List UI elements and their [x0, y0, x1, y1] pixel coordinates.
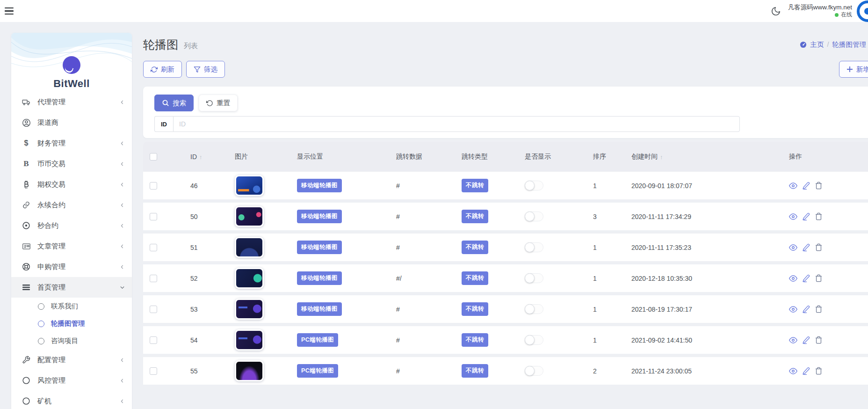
row-checkbox[interactable]	[150, 336, 157, 344]
delete-button[interactable]	[815, 212, 823, 220]
sidebar-subitem-consult-project[interactable]: 咨询项目	[11, 332, 132, 350]
jump-type-badge: 不跳转	[462, 333, 488, 347]
delete-button[interactable]	[815, 243, 823, 251]
carousel-thumbnail[interactable]	[235, 237, 264, 258]
delete-button[interactable]	[815, 305, 823, 313]
table-row: 51 移动端轮播图 # 不跳转 1 2020-11-11 17:35:23	[143, 234, 868, 264]
header-image: 图片	[228, 153, 290, 161]
id-filter-input[interactable]	[173, 116, 740, 132]
sidebar-item-article-management[interactable]: 文章管理	[11, 236, 132, 256]
jump-type-badge: 不跳转	[462, 302, 488, 316]
edit-button[interactable]	[802, 274, 810, 282]
row-checkbox[interactable]	[150, 367, 157, 375]
row-checkbox[interactable]	[150, 244, 157, 251]
sidebar-item-options-trading[interactable]: 期权交易	[11, 174, 132, 195]
visible-toggle[interactable]	[525, 366, 543, 376]
dollar-icon: $	[22, 139, 31, 147]
visible-toggle[interactable]	[525, 304, 543, 314]
edit-button[interactable]	[802, 243, 810, 251]
sidebar-item-mining-machine[interactable]: 矿机	[11, 391, 132, 409]
header-created[interactable]: 创建时间↑	[624, 153, 782, 161]
sidebar-item-homepage-management[interactable]: 首页管理	[11, 277, 132, 298]
carousel-thumbnail[interactable]	[235, 175, 264, 196]
sort-asc-icon: ↑	[660, 153, 663, 161]
refresh-button[interactable]: 刷新	[143, 61, 182, 78]
row-checkbox[interactable]	[150, 182, 157, 190]
sidebar-item-label: 申购管理	[37, 263, 65, 271]
delete-button[interactable]	[815, 182, 823, 190]
table-row: 54 PC端轮播图 # 不跳转 1 2021-09-02 14:41:50	[143, 326, 868, 357]
sidebar-subitem-label: 咨询项目	[51, 336, 78, 345]
avatar[interactable]	[857, 0, 868, 22]
sidebar-item-channel-merchant[interactable]: 渠道商	[11, 112, 132, 133]
edit-button[interactable]	[802, 182, 810, 190]
hamburger-menu-icon[interactable]	[5, 3, 21, 19]
chevron-left-icon	[119, 140, 125, 146]
sidebar-item-perpetual-contract[interactable]: 永续合约	[11, 195, 132, 215]
sidebar-item-label: 首页管理	[37, 283, 65, 292]
sidebar-item-label: 币币交易	[37, 160, 65, 168]
carousel-table: ID↑ 图片 显示位置 跳转数据 跳转类型 是否显示 排序 创建时间↑ 操作 4…	[143, 142, 868, 388]
position-badge: 移动端轮播图	[297, 179, 342, 192]
chevron-left-icon	[119, 357, 125, 363]
delete-button[interactable]	[815, 367, 823, 375]
sidebar-item-subscription-management[interactable]: 申购管理	[11, 256, 132, 277]
sidebar-subitem-contact-us[interactable]: 联系我们	[11, 298, 132, 315]
carousel-thumbnail[interactable]	[235, 360, 264, 381]
edit-button[interactable]	[802, 212, 810, 220]
edit-button[interactable]	[802, 305, 810, 313]
view-button[interactable]	[789, 336, 797, 344]
target-icon	[22, 221, 31, 230]
user-info: 凡客源码www.fkym.net 在线	[788, 4, 852, 19]
row-checkbox[interactable]	[150, 306, 157, 313]
trash-icon	[815, 274, 823, 282]
sidebar-item-finance-management[interactable]: $ 财务管理	[11, 133, 132, 153]
visible-toggle[interactable]	[525, 212, 543, 221]
view-button[interactable]	[789, 182, 797, 190]
row-checkbox[interactable]	[150, 213, 157, 220]
eye-icon	[789, 182, 797, 190]
visible-toggle[interactable]	[525, 242, 543, 252]
view-button[interactable]	[789, 367, 797, 375]
dark-mode-toggle[interactable]	[767, 3, 784, 20]
visible-toggle[interactable]	[525, 273, 543, 283]
add-button[interactable]: 新增	[839, 61, 868, 78]
sidebar-subitem-carousel-management[interactable]: 轮播图管理	[11, 315, 132, 332]
table-row: 50 移动端轮播图 # 不跳转 3 2020-11-11 17:34:29	[143, 203, 868, 234]
carousel-thumbnail[interactable]	[235, 268, 264, 289]
delete-button[interactable]	[815, 274, 823, 282]
breadcrumb-home[interactable]: 主页	[810, 40, 824, 49]
view-button[interactable]	[789, 305, 797, 314]
header-jump-data: 跳转数据	[389, 153, 455, 161]
sidebar-item-label: 永续合约	[37, 201, 65, 210]
truck-icon	[22, 98, 31, 107]
select-all-checkbox[interactable]	[150, 153, 157, 161]
view-button[interactable]	[789, 243, 797, 252]
sidebar-item-config-management[interactable]: 配置管理	[11, 350, 132, 370]
sidebar-item-spot-trading[interactable]: B 币币交易	[11, 153, 132, 174]
carousel-thumbnail[interactable]	[235, 299, 264, 320]
edit-button[interactable]	[802, 367, 810, 375]
pencil-icon	[802, 305, 810, 313]
carousel-thumbnail[interactable]	[235, 329, 264, 351]
cell-id: 54	[183, 336, 228, 344]
header-id[interactable]: ID↑	[183, 153, 228, 161]
delete-button[interactable]	[815, 336, 823, 344]
visible-toggle[interactable]	[525, 335, 543, 345]
view-button[interactable]	[789, 212, 797, 221]
row-checkbox[interactable]	[150, 275, 157, 282]
edit-button[interactable]	[802, 336, 810, 344]
visible-toggle[interactable]	[525, 181, 543, 190]
sidebar-item-second-contract[interactable]: 秒合约	[11, 215, 132, 236]
brand-logo-icon	[63, 56, 80, 74]
view-button[interactable]	[789, 274, 797, 283]
carousel-thumbnail[interactable]	[235, 206, 264, 227]
wrench-icon	[22, 356, 31, 364]
reset-button[interactable]: 重置	[199, 95, 238, 111]
search-button[interactable]: 搜索	[154, 95, 194, 111]
site-note: 凡客源码www.fkym.net	[788, 4, 852, 12]
sidebar-item-risk-management[interactable]: 风控管理	[11, 370, 132, 391]
filter-button[interactable]: 筛选	[186, 61, 225, 78]
breadcrumb-current[interactable]: 轮播图管理	[832, 40, 867, 49]
sidebar-item-agent-management[interactable]: 代理管理	[11, 92, 132, 112]
